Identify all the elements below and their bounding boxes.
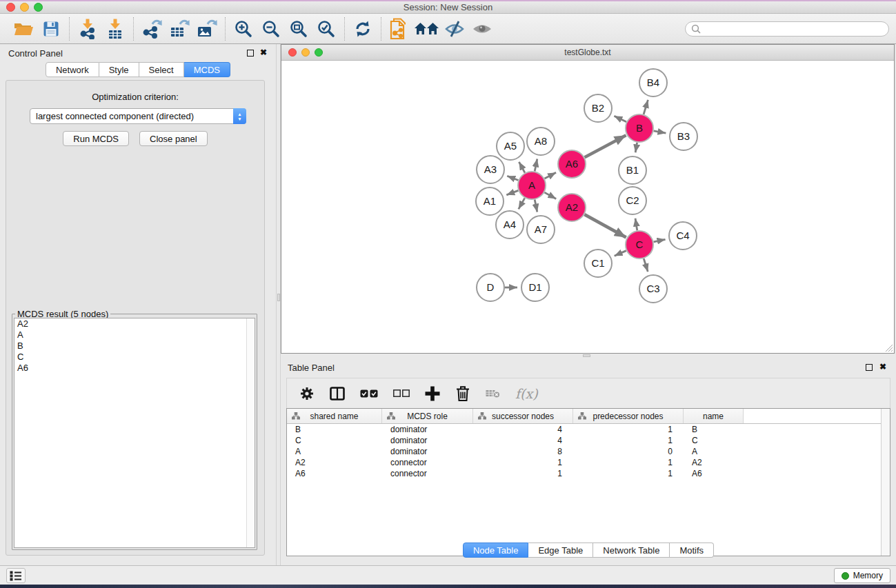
graph-node-A5[interactable]: A5 (497, 132, 524, 160)
column-header-successor-nodes[interactable]: successor nodes (473, 409, 573, 423)
float-panel-icon[interactable] (247, 50, 254, 57)
graph-node-A7[interactable]: A7 (527, 216, 555, 243)
graph-node-C3[interactable]: C3 (639, 275, 667, 303)
table-row[interactable]: A6connector11A6 (287, 468, 890, 479)
tab-network[interactable]: Network (46, 62, 99, 77)
graph-edge-A-A6[interactable] (545, 172, 557, 179)
graph-edge-B-B2[interactable] (614, 116, 626, 122)
network-canvas[interactable]: B4B2BB3A8A5A6A3B1AA1C2A2A4A7C4CC1DD1C3 (281, 61, 894, 353)
graph-node-C[interactable]: C (626, 231, 653, 258)
graph-node-C1[interactable]: C1 (584, 250, 612, 277)
maximize-window-button[interactable] (34, 3, 43, 12)
mcds-result-item[interactable]: C (14, 352, 255, 363)
graph-edge-A-A4[interactable] (519, 198, 525, 209)
graph-edge-C-C1[interactable] (615, 251, 626, 256)
zoom-in-button[interactable] (230, 17, 257, 41)
export-image-button[interactable] (193, 17, 221, 41)
table-settings-button[interactable] (299, 382, 315, 405)
mcds-result-item[interactable]: A (14, 330, 255, 341)
network-minimize-button[interactable] (301, 48, 310, 57)
column-header-predecessor-nodes[interactable]: predecessor nodes (573, 409, 684, 423)
window-resize-grip[interactable] (884, 343, 893, 352)
search-input[interactable] (704, 24, 883, 34)
apply-layout-button[interactable] (349, 17, 377, 41)
graph-node-B4[interactable]: B4 (639, 69, 667, 97)
graph-edge-A2-C[interactable] (584, 214, 626, 237)
graph-node-A1[interactable]: A1 (476, 187, 504, 215)
show-hidden-button[interactable] (468, 17, 496, 41)
graph-edge-A-A8[interactable] (535, 159, 537, 171)
export-network-button[interactable] (138, 17, 166, 41)
graph-edge-A-A1[interactable] (506, 190, 518, 194)
open-session-button[interactable] (10, 17, 37, 41)
graph-edge-B-B1[interactable] (635, 143, 637, 153)
zoom-selected-button[interactable] (312, 17, 340, 41)
export-table-button[interactable] (166, 17, 193, 41)
graph-node-B3[interactable]: B3 (670, 123, 697, 150)
new-network-from-selection-button[interactable] (386, 17, 413, 41)
mcds-result-item[interactable]: B (14, 341, 255, 352)
select-all-button[interactable] (360, 382, 378, 405)
close-panel-icon[interactable]: ✖ (879, 362, 886, 372)
mcds-result-item[interactable]: A6 (14, 363, 255, 374)
run-mcds-button[interactable]: Run MCDS (63, 131, 129, 146)
graph-node-A8[interactable]: A8 (527, 128, 555, 155)
mcds-result-item[interactable]: A2 (14, 318, 255, 330)
graph-node-C4[interactable]: C4 (669, 222, 697, 250)
column-header-name[interactable]: name (684, 409, 744, 423)
table-row[interactable]: Adominator80A (287, 446, 890, 457)
graph-node-C2[interactable]: C2 (619, 187, 646, 214)
graph-node-A4[interactable]: A4 (496, 211, 524, 239)
mcds-list-scrollbar[interactable] (246, 318, 255, 547)
deselect-all-button[interactable] (393, 382, 410, 405)
vertical-splitter[interactable] (276, 44, 281, 565)
tab-edge-table[interactable]: Edge Table (528, 543, 593, 558)
tab-node-table[interactable]: Node Table (463, 543, 529, 558)
optimization-criterion-select[interactable]: largest connected component (directed) ▲… (30, 108, 246, 124)
splitter-grip[interactable] (583, 354, 590, 357)
graph-edge-A-A5[interactable] (519, 162, 525, 173)
graph-node-D1[interactable]: D1 (521, 274, 549, 301)
mcds-result-list[interactable]: A2ABCA6 (14, 318, 255, 548)
graph-node-A3[interactable]: A3 (477, 156, 504, 183)
graph-node-A2[interactable]: A2 (558, 194, 586, 221)
graph-edge-C-C2[interactable] (635, 219, 637, 231)
graph-edge-A-A3[interactable] (507, 176, 518, 180)
column-header-shared-name[interactable]: shared name (287, 409, 382, 423)
graph-node-D[interactable]: D (477, 274, 504, 301)
graph-edge-A-A2[interactable] (544, 192, 556, 199)
float-panel-icon[interactable] (866, 364, 873, 371)
graph-node-B1[interactable]: B1 (619, 156, 646, 184)
close-panel-button[interactable]: Close panel (139, 131, 208, 146)
horizontal-splitter[interactable] (281, 354, 896, 358)
table-row[interactable]: Cdominator41C (287, 435, 890, 446)
graph-node-A[interactable]: A (518, 172, 546, 199)
graph-node-A6[interactable]: A6 (558, 150, 586, 178)
splitter-grip[interactable] (277, 294, 280, 301)
tab-motifs[interactable]: Motifs (670, 543, 714, 558)
graph-edge-B-B4[interactable] (644, 100, 648, 114)
table-scrollbar[interactable] (881, 409, 890, 556)
graph-node-B[interactable]: B (626, 114, 653, 142)
minimize-window-button[interactable] (20, 3, 29, 12)
zoom-fit-button[interactable] (285, 17, 312, 41)
table-row[interactable]: A2connector11A2 (287, 457, 890, 468)
graph-edge-A6-B[interactable] (585, 135, 626, 157)
graph-edge-C-C3[interactable] (644, 258, 648, 272)
import-network-button[interactable] (74, 17, 101, 41)
show-task-history-button[interactable] (6, 568, 26, 583)
graph-edge-C-C4[interactable] (654, 239, 666, 242)
graph-edge-A-A7[interactable] (535, 200, 537, 212)
table-row[interactable]: Bdominator41B (287, 424, 890, 435)
tab-select[interactable]: Select (139, 62, 184, 77)
network-maximize-button[interactable] (315, 48, 323, 57)
tab-mcds[interactable]: MCDS (184, 62, 230, 77)
graph-node-B2[interactable]: B2 (584, 94, 612, 122)
show-all-networks-button[interactable] (413, 17, 441, 41)
column-header-mcds-role[interactable]: MCDS role (382, 409, 473, 423)
close-panel-icon[interactable]: ✖ (260, 48, 267, 57)
tab-network-table[interactable]: Network Table (593, 543, 670, 558)
create-column-button[interactable] (425, 382, 440, 405)
graph-edge-B-B3[interactable] (654, 131, 666, 133)
tab-style[interactable]: Style (99, 62, 139, 77)
